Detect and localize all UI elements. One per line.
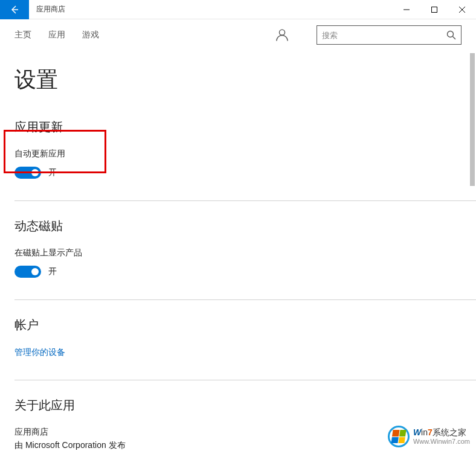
close-icon <box>459 7 465 13</box>
manage-devices-link[interactable]: 管理你的设备 <box>14 347 65 358</box>
window-controls <box>393 0 476 19</box>
auto-update-toggle-row: 开 <box>14 167 462 179</box>
search-input[interactable] <box>322 31 446 40</box>
maximize-button[interactable] <box>420 0 448 19</box>
auto-update-state: 开 <box>48 167 57 178</box>
nav-apps[interactable]: 应用 <box>48 30 65 40</box>
auto-update-label: 自动更新应用 <box>14 149 462 159</box>
nav-home[interactable]: 主页 <box>14 30 31 40</box>
show-products-label: 在磁贴上显示产品 <box>14 248 462 258</box>
scrollbar[interactable] <box>470 53 475 186</box>
show-products-state: 开 <box>48 266 57 277</box>
close-button[interactable] <box>448 0 476 19</box>
auto-update-toggle[interactable] <box>14 167 41 179</box>
section-live-tiles: 动态磁贴 <box>14 218 462 234</box>
svg-point-5 <box>279 30 285 35</box>
window-title: 应用商店 <box>29 4 393 14</box>
svg-line-7 <box>453 37 456 40</box>
user-icon[interactable] <box>274 27 290 43</box>
section-app-updates: 应用更新 <box>14 119 462 135</box>
svg-point-6 <box>448 31 454 37</box>
watermark: Win7Win7系统之家系统之家 Www.Winwin7.com <box>388 426 470 447</box>
minimize-icon <box>404 7 410 13</box>
divider <box>14 380 476 380</box>
back-button[interactable] <box>0 0 29 19</box>
watermark-logo-icon <box>388 426 410 447</box>
section-account: 帐户 <box>14 317 462 333</box>
show-products-toggle-row: 开 <box>14 266 462 278</box>
maximize-icon <box>431 7 437 13</box>
titlebar: 应用商店 <box>0 0 476 19</box>
nav-bar: 主页 应用 游戏 <box>0 19 476 51</box>
nav-games[interactable]: 游戏 <box>82 30 99 40</box>
show-products-toggle[interactable] <box>14 266 41 278</box>
search-icon <box>446 30 456 40</box>
divider <box>14 200 476 201</box>
divider <box>14 299 476 300</box>
watermark-text: Win7Win7系统之家系统之家 Www.Winwin7.com <box>413 428 470 444</box>
search-box[interactable] <box>317 25 462 45</box>
arrow-left-icon <box>10 5 19 14</box>
settings-content: 设置 应用更新 自动更新应用 开 动态磁贴 在磁贴上显示产品 开 帐户 管理你的… <box>0 51 476 451</box>
page-title: 设置 <box>14 65 462 95</box>
svg-rect-2 <box>432 7 437 12</box>
section-about: 关于此应用 <box>14 397 462 414</box>
minimize-button[interactable] <box>393 0 420 19</box>
content-wrap: 设置 应用更新 自动更新应用 开 动态磁贴 在磁贴上显示产品 开 帐户 管理你的… <box>0 51 476 451</box>
